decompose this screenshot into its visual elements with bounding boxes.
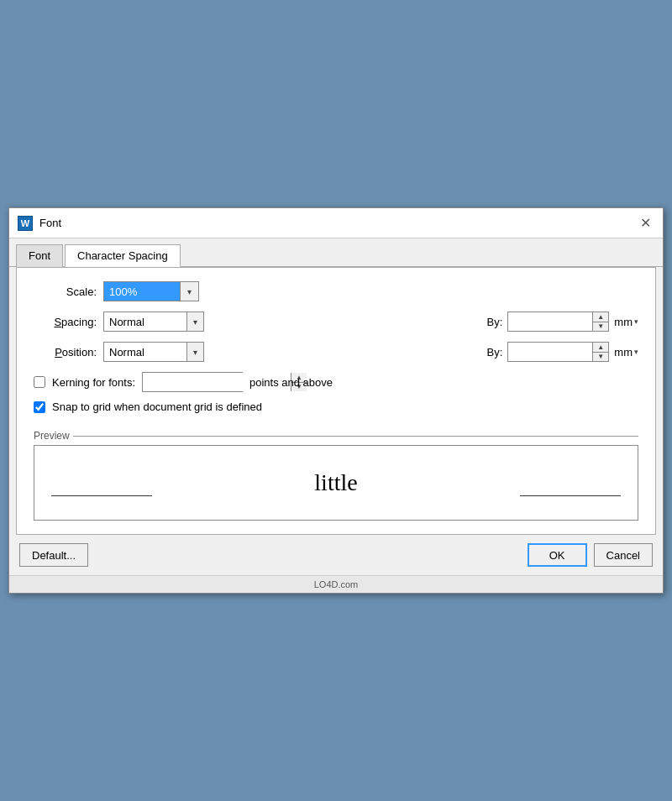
snap-row: Snap to grid when document grid is defin… [34, 400, 638, 413]
preview-baseline-right [520, 495, 621, 496]
spacing-dropdown-arrow[interactable]: ▾ [186, 312, 203, 331]
tab-character-spacing[interactable]: Character Spacing [65, 244, 181, 267]
cancel-button[interactable]: Cancel [594, 543, 653, 567]
app-icon: W [18, 216, 33, 231]
scale-dropdown[interactable]: ▾ [103, 281, 199, 301]
scale-dropdown-arrow[interactable]: ▾ [180, 282, 198, 301]
scale-input[interactable] [104, 282, 180, 301]
tab-font[interactable]: Font [16, 244, 63, 267]
position-unit-arrow: ▾ [634, 348, 638, 356]
spacing-value: Normal [104, 316, 186, 328]
position-value: Normal [104, 346, 186, 359]
spacing-unit-arrow: ▾ [634, 317, 638, 326]
kerning-points-label: points and above [249, 376, 333, 389]
dialog-footer: Default... OK Cancel [9, 535, 663, 575]
kerning-checkbox[interactable] [34, 376, 45, 388]
position-label: Position: [34, 346, 97, 359]
spacing-by-section: By: ▲ ▼ mm ▾ [487, 312, 638, 332]
position-by-input[interactable] [508, 343, 592, 361]
preview-text: little [314, 469, 357, 496]
kerning-label: Kerning for fonts: [52, 376, 135, 389]
kerning-row: Kerning for fonts: ▲ ▼ points and above [34, 372, 638, 392]
snap-label[interactable]: Snap to grid when document grid is defin… [52, 400, 262, 413]
preview-label-row: Preview [34, 430, 638, 442]
default-button[interactable]: Default... [19, 543, 88, 567]
window-title: Font [39, 217, 61, 229]
spacing-by-buttons: ▲ ▼ [592, 312, 608, 331]
footer-right: OK Cancel [528, 543, 653, 567]
preview-divider [73, 436, 638, 437]
position-by-section: By: ▲ ▼ mm ▾ [487, 342, 638, 362]
font-dialog: W Font ✕ Font Character Spacing Scale: ▾ [8, 207, 664, 594]
spacing-by-label: By: [487, 316, 503, 328]
footer-left: Default... [19, 543, 88, 567]
ok-button[interactable]: OK [528, 543, 587, 567]
position-by-buttons: ▲ ▼ [592, 343, 608, 361]
position-unit-dropdown[interactable]: mm ▾ [614, 346, 638, 359]
spacing-dropdown[interactable]: Normal ▾ [103, 312, 204, 332]
spacing-by-input[interactable] [508, 312, 592, 331]
tab-bar: Font Character Spacing [9, 238, 663, 267]
preview-box: little [34, 445, 638, 521]
title-bar: W Font ✕ [9, 208, 663, 238]
spacing-unit-dropdown[interactable]: mm ▾ [614, 316, 638, 328]
close-button[interactable]: ✕ [636, 214, 654, 233]
spacing-by-down[interactable]: ▼ [593, 322, 608, 332]
position-row: Position: Normal ▾ By: ▲ ▼ mm ▾ [34, 342, 638, 362]
preview-section: Preview little [34, 430, 638, 521]
spacing-by-up[interactable]: ▲ [593, 312, 608, 322]
watermark: LO4D.com [9, 575, 663, 593]
title-bar-left: W Font [18, 216, 61, 231]
position-by-down[interactable]: ▼ [593, 353, 608, 362]
preview-label: Preview [34, 430, 70, 442]
position-by-label: By: [487, 346, 503, 359]
dialog-content: Scale: ▾ Spacing: Normal ▾ By: ▲ [16, 267, 656, 535]
position-dropdown-arrow[interactable]: ▾ [186, 343, 203, 361]
position-by-spinner: ▲ ▼ [507, 342, 609, 362]
snap-checkbox[interactable] [34, 401, 45, 413]
kerning-spinner: ▲ ▼ [142, 372, 243, 392]
scale-row: Scale: ▾ [34, 281, 638, 301]
spacing-by-spinner: ▲ ▼ [507, 312, 609, 332]
preview-baseline-left [51, 495, 152, 496]
spacing-label: Spacing: [34, 316, 97, 328]
position-by-up[interactable]: ▲ [593, 343, 608, 353]
scale-label: Scale: [34, 285, 97, 298]
position-dropdown[interactable]: Normal ▾ [103, 342, 204, 362]
spacing-row: Spacing: Normal ▾ By: ▲ ▼ mm ▾ [34, 312, 638, 332]
